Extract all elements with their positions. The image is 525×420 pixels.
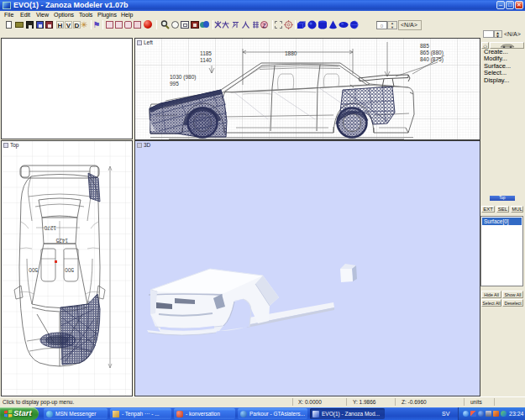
svg-text:500: 500	[65, 267, 74, 273]
svg-text:1880: 1880	[285, 50, 297, 56]
svg-text:1425: 1425	[55, 238, 68, 244]
svg-text:500: 500	[29, 267, 38, 273]
svg-text:1140: 1140	[200, 57, 212, 63]
svg-text:995: 995	[170, 81, 179, 87]
svg-text:885: 885	[420, 43, 429, 49]
svg-text:865 (880): 865 (880)	[420, 50, 444, 56]
svg-text:1270: 1270	[44, 225, 56, 231]
svg-text:1185: 1185	[200, 50, 212, 56]
svg-text:1030 (980): 1030 (980)	[170, 74, 196, 81]
svg-text:840 (875): 840 (875)	[420, 56, 444, 63]
